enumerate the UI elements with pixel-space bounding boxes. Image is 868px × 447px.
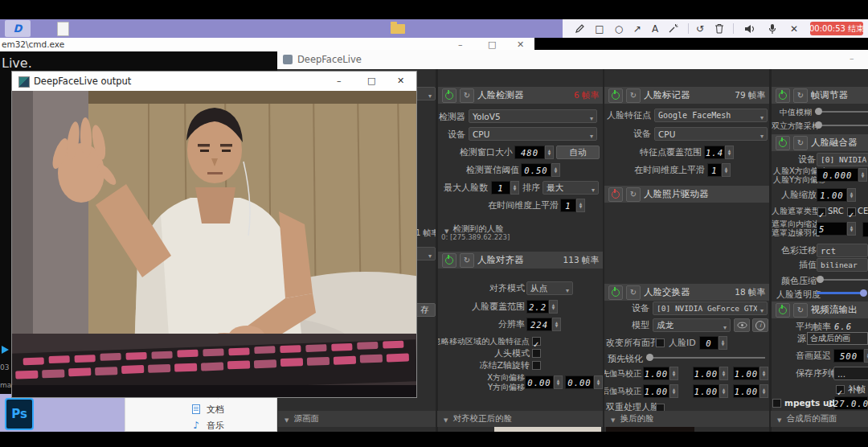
spin-arrows-icon[interactable]: [847, 222, 856, 236]
slider-knob[interactable]: [860, 289, 867, 297]
spin-arrows-icon[interactable]: [847, 188, 856, 202]
udp-checkbox[interactable]: [772, 399, 781, 408]
power-button[interactable]: [442, 88, 457, 103]
reset-button[interactable]: ↻: [460, 253, 474, 268]
power-button[interactable]: [608, 285, 623, 300]
spin-arrows-icon[interactable]: [669, 367, 678, 380]
trash-icon[interactable]: [712, 22, 727, 35]
marker-coverage-spinner[interactable]: 1.4: [704, 146, 734, 159]
slider-knob[interactable]: [646, 354, 653, 361]
close-icon[interactable]: ✕: [397, 76, 404, 85]
preview-button[interactable]: [734, 318, 750, 332]
minimize-icon[interactable]: –: [850, 54, 854, 63]
mask-erode-spinner[interactable]: 5: [817, 222, 856, 236]
bicubic-slider[interactable]: [815, 121, 868, 129]
mask-celeb-checkbox[interactable]: [847, 207, 856, 216]
window-size-spinner[interactable]: 480: [514, 146, 554, 159]
face-xy-offset-spinner[interactable]: 0.000: [817, 168, 867, 182]
temporal-smooth-spinner[interactable]: 1: [707, 163, 731, 177]
face-id-spinner[interactable]: 0: [699, 336, 727, 350]
record-timer-button[interactable]: 00:00:53 结束: [810, 22, 863, 35]
spin-arrows-icon[interactable]: [551, 163, 560, 177]
spin-arrows-icon[interactable]: [554, 375, 563, 389]
text-icon[interactable]: A: [648, 22, 662, 35]
spin-arrows-icon[interactable]: [725, 146, 734, 159]
source-type-box[interactable]: 合成后的画: [807, 332, 868, 345]
color-transfer-dropdown[interactable]: rct: [817, 244, 868, 257]
frame-interp-checkbox[interactable]: [836, 385, 845, 394]
power-button[interactable]: [776, 136, 790, 150]
pregamma-g-spinner[interactable]: 1.00: [693, 367, 728, 380]
all-faces-checkbox[interactable]: [656, 338, 665, 347]
color-compression-slider[interactable]: [817, 275, 868, 284]
close-icon[interactable]: ✕: [517, 40, 524, 49]
threshold-spinner[interactable]: 0.50: [521, 163, 560, 177]
close-icon[interactable]: ✕: [787, 22, 801, 35]
arrow-icon[interactable]: ↗: [630, 22, 645, 35]
spin-arrows-icon[interactable]: [510, 181, 519, 195]
deepfacelive-logo[interactable]: D: [5, 20, 31, 37]
spin-arrows-icon[interactable]: [722, 163, 731, 177]
aligned-face-viewer[interactable]: 对齐校正后的脸: [437, 411, 603, 427]
reset-button[interactable]: ↻: [626, 285, 641, 300]
slider-knob[interactable]: [815, 121, 822, 129]
x-offset-spinner[interactable]: 0.00: [525, 375, 563, 389]
menu-item-documents[interactable]: 文档: [125, 402, 276, 416]
auto-button[interactable]: 自动: [556, 146, 600, 159]
power-button[interactable]: [442, 253, 457, 268]
interpolation-dropdown[interactable]: bilinear: [817, 258, 868, 272]
speaker-icon[interactable]: [743, 22, 757, 35]
spin-arrows-icon[interactable]: [719, 384, 728, 398]
face-opacity-slider[interactable]: [817, 289, 866, 297]
temporal-smooth-spinner[interactable]: 1: [560, 199, 585, 212]
microphone-icon[interactable]: [765, 22, 780, 35]
undo-icon[interactable]: ↺: [693, 22, 707, 35]
resolution-spinner[interactable]: 224: [526, 318, 561, 331]
maximize-icon[interactable]: □: [367, 76, 375, 85]
photoshop-icon[interactable]: Ps: [5, 398, 34, 430]
source-frame-viewer[interactable]: 源画面: [278, 411, 436, 427]
reset-button[interactable]: ↻: [793, 136, 808, 150]
spin-arrows-icon[interactable]: [669, 384, 678, 398]
spin-arrows-icon[interactable]: [760, 367, 768, 380]
info-button[interactable]: i: [752, 318, 768, 332]
max-faces-spinner[interactable]: 1: [491, 181, 519, 195]
camera-dropdown-fragment[interactable]: [414, 247, 436, 260]
power-button[interactable]: [776, 303, 790, 318]
device-dropdown[interactable]: CPU: [654, 127, 768, 141]
udp-address-field[interactable]: 127.0.0.: [834, 396, 868, 410]
power-button[interactable]: [608, 187, 623, 202]
reset-button[interactable]: ↻: [793, 88, 808, 103]
spin-arrows-icon[interactable]: [545, 146, 554, 159]
postgamma-g-spinner[interactable]: 1.00: [693, 384, 728, 398]
pencil-icon[interactable]: [572, 22, 587, 35]
laser-icon[interactable]: [665, 22, 680, 35]
median-blur-slider[interactable]: [815, 107, 868, 116]
spin-arrows-icon[interactable]: [858, 168, 867, 182]
y-offset-spinner[interactable]: 0.00: [565, 375, 603, 389]
ellipse-icon[interactable]: ○: [612, 22, 626, 35]
spin-arrows-icon[interactable]: [576, 199, 585, 212]
sort-dropdown[interactable]: 最大: [542, 181, 599, 195]
postgamma-r-spinner[interactable]: 1.00: [643, 384, 678, 398]
merge-device-dropdown[interactable]: [0] NVIDIA: [817, 153, 868, 166]
power-button[interactable]: [608, 88, 623, 103]
reset-button[interactable]: ↻: [626, 187, 641, 202]
head-mode-checkbox[interactable]: [532, 349, 541, 358]
face-scale-spinner[interactable]: 1.00: [817, 188, 856, 202]
save-button-fragment[interactable]: 存: [414, 303, 436, 317]
folder-icon[interactable]: [391, 24, 405, 34]
minimize-icon[interactable]: –: [337, 76, 342, 85]
device-dropdown[interactable]: CPU: [469, 127, 597, 141]
model-dropdown[interactable]: 成龙: [653, 318, 731, 332]
save-sequence-button[interactable]: ...: [833, 367, 868, 380]
spin-arrows-icon[interactable]: [549, 300, 558, 314]
spin-arrows-icon[interactable]: [552, 318, 561, 331]
postgamma-b-spinner[interactable]: 1.00: [733, 384, 768, 398]
swapped-face-viewer[interactable]: 换后的脸: [604, 411, 769, 427]
spin-arrows-icon[interactable]: [864, 349, 868, 363]
reset-button[interactable]: ↻: [793, 303, 808, 318]
spin-arrows-icon[interactable]: [719, 336, 727, 350]
detector-dropdown[interactable]: YoloV5: [469, 109, 597, 123]
power-button[interactable]: [776, 88, 790, 103]
